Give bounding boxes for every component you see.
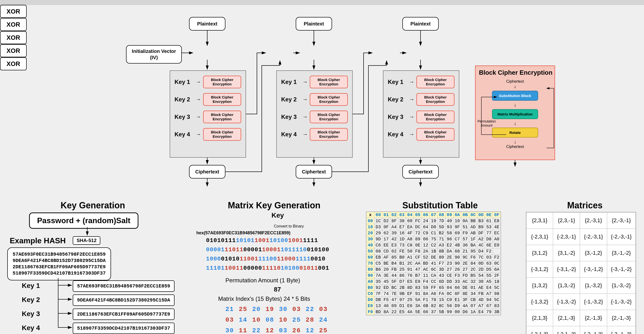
matrices-title: Matrices xyxy=(567,200,602,211)
arrow-icon: → xyxy=(302,79,308,85)
arrow-icon: → xyxy=(409,79,414,85)
key-2-value: 9DEA6F421F4BC8BD152D7380295C15DA xyxy=(73,294,174,306)
xor-3a: XOR xyxy=(0,44,27,57)
key-label: Key 2 xyxy=(281,96,300,103)
iv-node: Initialization Vector (IV) xyxy=(126,45,182,64)
bce-step: Block Cipher Encryption xyxy=(203,93,241,106)
bce-panel: Block Cipher Encryption Ciphertext ↓ Sub… xyxy=(475,66,555,160)
bce-step: Block Cipher Encryption xyxy=(310,128,348,141)
key-label: Key 3 xyxy=(388,114,407,120)
arrow-icon: → xyxy=(409,114,414,120)
key-label: Key 2 xyxy=(174,96,194,103)
plaintext-block-1: Plaintext xyxy=(189,17,226,31)
bce-step: Block Cipher Encryption xyxy=(310,76,348,88)
bce-step: Block Cipher Encryption xyxy=(310,93,348,106)
xor-1: XOR xyxy=(0,5,27,18)
sbox-title: Substitution Table xyxy=(402,200,478,211)
idx-label: Matrix Index's (15 Bytes) 24 * 5 Bits xyxy=(218,295,310,302)
matrix-keygen-title: Matrix Key Generation xyxy=(228,200,320,211)
mk-convert: Convert to Binary xyxy=(274,224,304,228)
xor-2a: XOR xyxy=(0,18,27,31)
perm-label: Permutation Amount (1 Byte) xyxy=(226,277,300,284)
bce-substitution: Substitution Block xyxy=(492,91,538,101)
ciphertext-2: Ciphertext xyxy=(296,165,332,179)
key-4-value: 518907F3359DCD42107B19167303DF37 xyxy=(73,322,174,334)
key-label: Key 4 xyxy=(388,131,407,138)
arrow-icon: → xyxy=(196,114,201,120)
arrow-icon: → xyxy=(302,96,308,103)
arrow-icon: → xyxy=(409,96,414,103)
arrow-icon: → xyxy=(302,131,308,138)
key-label: Key 1 xyxy=(388,79,407,85)
bce-title: Block Cipher Encryption xyxy=(476,66,554,78)
xor-2b: XOR xyxy=(0,31,27,44)
key-label: Key 2 xyxy=(388,96,407,103)
bce-step: Block Cipher Encryption xyxy=(416,76,454,88)
key-label: Key 4 xyxy=(281,131,300,138)
keygen-title: Key Generation xyxy=(60,200,125,211)
key-label: Key 3 xyxy=(174,114,194,120)
sha-box: SHA-512 xyxy=(73,236,100,245)
arrow-icon: → xyxy=(196,131,201,138)
bce-in-label: Ciphertext xyxy=(506,79,524,84)
diagram-canvas: Plaintext Plaintext Plaintext Initializa… xyxy=(0,5,644,334)
key-1-label: Key 1 xyxy=(22,282,40,290)
bce-matrix: Matrix Multiplication xyxy=(492,109,538,119)
key-3-label: Key 3 xyxy=(22,310,40,318)
key-label: Key 1 xyxy=(174,79,194,85)
cipher-group-2: Key 1→Block Cipher Encryption Key 2→Bloc… xyxy=(276,70,353,158)
bce-step: Block Cipher Encryption xyxy=(416,93,454,106)
ciphertext-1: Ciphertext xyxy=(189,165,226,179)
key-label: Key 1 xyxy=(281,79,300,85)
cipher-group-1: Key 1→Block Cipher Encryption Key 2→Bloc… xyxy=(170,70,246,158)
plaintext-block-2: Plaintext xyxy=(296,17,332,31)
toolbar xyxy=(0,0,644,5)
bce-perm-side: Permutation Amount xyxy=(478,119,496,128)
key-label: Key 4 xyxy=(174,131,194,138)
bce-rotate: Rotate xyxy=(492,128,538,138)
key-label: Key 3 xyxy=(281,114,300,120)
mk-hex: hex(57AE693F0EC31B94856798F2ECC1E859) xyxy=(196,230,290,235)
password-salt: Password + (random)Salt xyxy=(29,212,138,229)
hash-block: 57AE693F0EC31B94856798F2ECC1E859 9DEA6F4… xyxy=(7,247,111,280)
arrow-icon: → xyxy=(409,131,414,138)
bce-step: Block Cipher Encryption xyxy=(203,128,241,141)
mk-key-label: Key xyxy=(272,211,284,219)
ciphertext-3: Ciphertext xyxy=(402,165,439,179)
key-2-label: Key 2 xyxy=(22,296,40,304)
substitution-table: x000102030405060708090A0B0C0D0E0F001CD28… xyxy=(366,211,501,315)
bce-step: Block Cipher Encryption xyxy=(203,111,241,123)
matrices-table: {2,3,1}{2,3,-1}{2,-3,1}{2,-3,-1}{-2,3,1}… xyxy=(526,212,636,334)
key-3-value: 2DE1186763EFCB1FF09AF605D97737E9 xyxy=(73,308,174,320)
example-hash-label: Example HASH xyxy=(10,236,66,245)
arrow-icon: → xyxy=(196,79,201,85)
perm-value: 87 xyxy=(274,286,281,293)
bce-step: Block Cipher Encryption xyxy=(310,111,348,123)
xor-3b: XOR xyxy=(0,57,27,70)
bce-step: Block Cipher Encryption xyxy=(416,128,454,141)
key-4-label: Key 4 xyxy=(22,324,40,332)
arrow-icon: → xyxy=(196,96,201,103)
bce-step: Block Cipher Encryption xyxy=(416,111,454,123)
key-1-value: 57AE693F0EC31B94856798F2ECC1E859 xyxy=(73,280,174,292)
arrow-icon: → xyxy=(302,114,308,120)
plaintext-block-3: Plaintext xyxy=(402,17,439,31)
cipher-group-3: Key 1→Block Cipher Encryption Key 2→Bloc… xyxy=(383,70,459,158)
bce-out-label: Ciphertext xyxy=(506,145,524,149)
bce-step: Block Cipher Encryption xyxy=(203,76,241,88)
